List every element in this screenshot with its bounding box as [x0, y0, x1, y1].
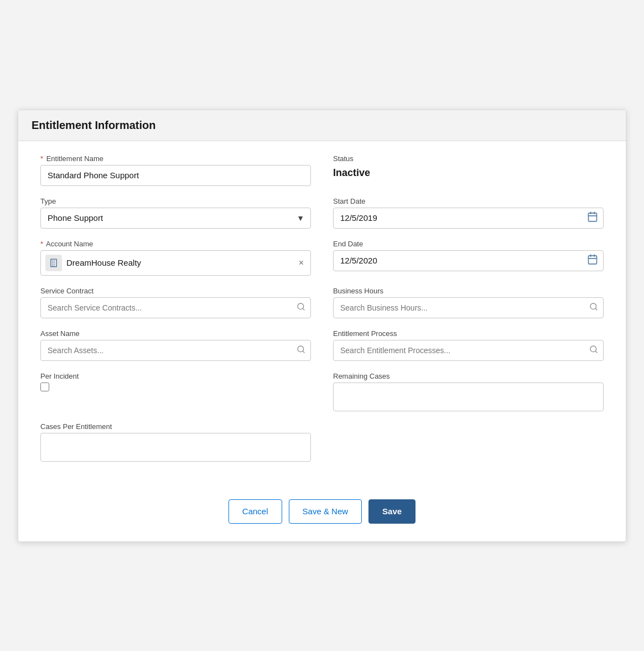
remaining-cases-label: Remaining Cases	[333, 372, 604, 380]
account-required-star: *	[40, 240, 43, 248]
account-name-label: * Account Name	[40, 240, 311, 248]
per-incident-checkbox-wrapper	[40, 383, 311, 391]
required-star: *	[40, 154, 43, 163]
per-incident-checkbox[interactable]	[40, 383, 49, 391]
account-name-group: * Account Name DreamHouse Realty ×	[40, 240, 311, 276]
status-value: Inactive	[333, 167, 604, 179]
start-date-input[interactable]	[333, 208, 604, 229]
per-incident-group: Per Incident	[40, 372, 311, 411]
type-label: Type	[40, 197, 311, 205]
entitlement-name-label: * Entitlement Name	[40, 154, 311, 163]
account-building-icon	[45, 255, 62, 271]
entitlement-process-label: Entitlement Process	[333, 329, 604, 338]
entitlement-modal: Entitlement Information * Entitlement Na…	[18, 110, 626, 542]
status-label: Status	[333, 154, 604, 163]
cancel-button[interactable]: Cancel	[228, 499, 282, 524]
asset-name-wrapper	[40, 340, 311, 361]
cases-per-entitlement-label: Cases Per Entitlement	[40, 422, 311, 431]
modal-footer: Cancel Save & New Save	[18, 486, 626, 541]
save-new-button[interactable]: Save & New	[289, 499, 362, 524]
business-hours-input[interactable]	[333, 297, 604, 318]
remaining-cases-input[interactable]	[333, 383, 604, 411]
modal-header: Entitlement Information	[18, 110, 626, 141]
asset-name-label: Asset Name	[40, 329, 311, 338]
entitlement-process-group: Entitlement Process	[333, 329, 604, 361]
business-hours-label: Business Hours	[333, 287, 604, 295]
business-hours-wrapper	[333, 297, 604, 318]
business-hours-group: Business Hours	[333, 287, 604, 318]
status-group: Status Inactive	[333, 154, 604, 186]
entitlement-name-group: * Entitlement Name	[40, 154, 311, 186]
modal-title: Entitlement Information	[32, 119, 612, 132]
service-contract-group: Service Contract	[40, 287, 311, 318]
type-select[interactable]: Phone Support Web Support Email Support	[40, 208, 311, 229]
cases-per-entitlement-group: Cases Per Entitlement	[40, 422, 311, 462]
start-date-label: Start Date	[333, 197, 604, 205]
entitlement-process-wrapper	[333, 340, 604, 361]
save-button[interactable]: Save	[368, 499, 416, 524]
end-date-wrapper	[333, 250, 604, 271]
type-group: Type Phone Support Web Support Email Sup…	[40, 197, 311, 229]
start-date-group: Start Date	[333, 197, 604, 229]
remaining-cases-group: Remaining Cases	[333, 372, 604, 411]
modal-body: * Entitlement Name Status Inactive Type …	[18, 141, 626, 486]
per-incident-label: Per Incident	[40, 372, 311, 380]
asset-name-group: Asset Name	[40, 329, 311, 361]
form-grid: * Entitlement Name Status Inactive Type …	[40, 154, 604, 473]
end-date-label: End Date	[333, 240, 604, 248]
entitlement-name-input[interactable]	[40, 165, 311, 186]
account-clear-icon[interactable]: ×	[297, 256, 306, 270]
end-date-group: End Date	[333, 240, 604, 276]
type-select-wrapper: Phone Support Web Support Email Support …	[40, 208, 311, 229]
asset-name-input[interactable]	[40, 340, 311, 361]
end-date-input[interactable]	[333, 250, 604, 271]
service-contract-wrapper	[40, 297, 311, 318]
service-contract-input[interactable]	[40, 297, 311, 318]
entitlement-process-input[interactable]	[333, 340, 604, 361]
start-date-wrapper	[333, 208, 604, 229]
account-name-value: DreamHouse Realty	[66, 258, 292, 267]
service-contract-label: Service Contract	[40, 287, 311, 295]
account-input-wrapper[interactable]: DreamHouse Realty ×	[40, 250, 311, 276]
cases-per-entitlement-input[interactable]	[40, 433, 311, 462]
